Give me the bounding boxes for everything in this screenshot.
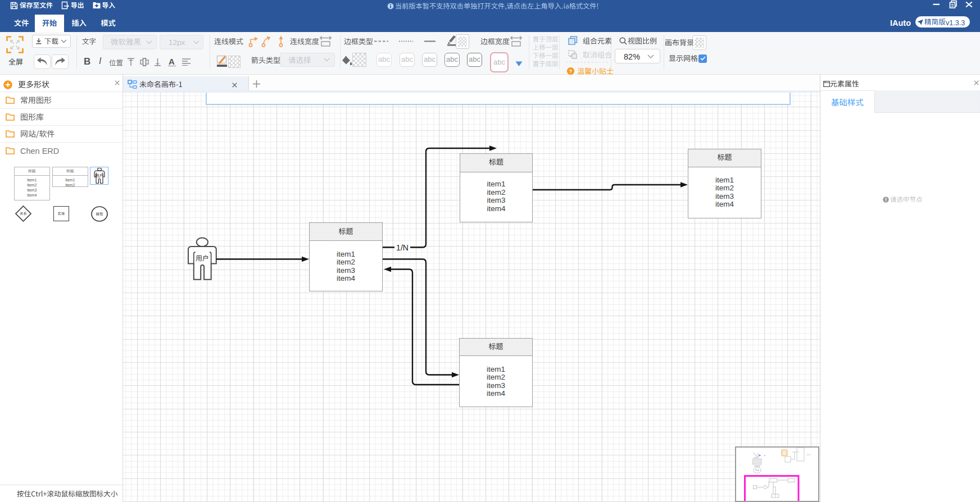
svg-text:?: ? xyxy=(569,68,573,74)
